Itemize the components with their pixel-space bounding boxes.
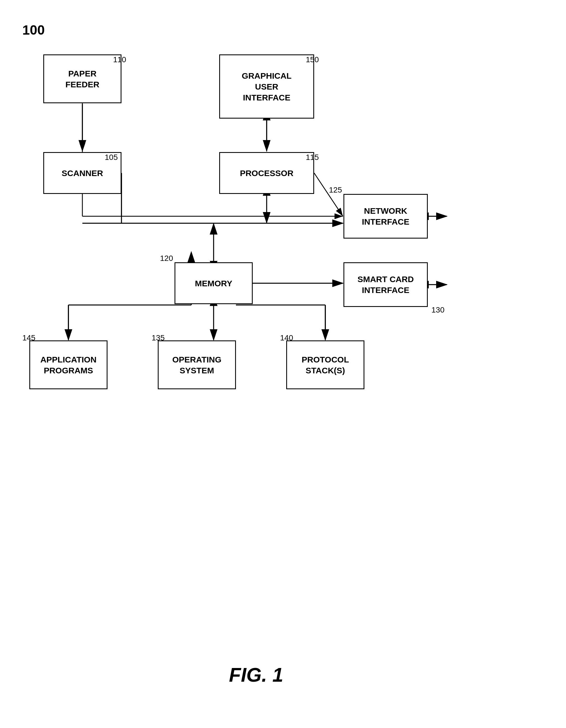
memory-ref: 120 bbox=[160, 254, 173, 263]
processor-box: PROCESSOR bbox=[219, 152, 314, 194]
memory-box: MEMORY bbox=[174, 262, 253, 304]
processor-label: PROCESSOR bbox=[240, 168, 294, 179]
paper-feeder-ref: 110 bbox=[113, 55, 126, 64]
diagram-number: 100 bbox=[22, 22, 45, 38]
paper-feeder-box: PAPERFEEDER bbox=[43, 54, 121, 103]
protocol-stacks-ref: 140 bbox=[280, 333, 293, 342]
scanner-ref: 105 bbox=[105, 153, 118, 162]
operating-system-ref: 135 bbox=[152, 333, 165, 342]
gui-box: GRAPHICALUSERINTERFACE bbox=[219, 54, 314, 119]
application-programs-box: APPLICATIONPROGRAMS bbox=[29, 340, 107, 389]
network-interface-box: NETWORKINTERFACE bbox=[344, 194, 428, 239]
diagram-container: 100 PAPERFEEDER 110 SCANNER 105 GRAPHICA… bbox=[0, 0, 566, 728]
gui-ref: 150 bbox=[306, 55, 319, 64]
svg-line-5 bbox=[314, 173, 343, 216]
operating-system-label: OPERATINGSYSTEM bbox=[172, 354, 221, 376]
application-programs-ref: 145 bbox=[22, 333, 35, 342]
network-interface-ref: 125 bbox=[329, 186, 342, 194]
memory-label: MEMORY bbox=[195, 278, 232, 289]
processor-ref: 115 bbox=[306, 153, 319, 162]
application-programs-label: APPLICATIONPROGRAMS bbox=[40, 354, 96, 376]
operating-system-box: OPERATINGSYSTEM bbox=[158, 340, 236, 389]
protocol-stacks-box: PROTOCOLSTACK(S) bbox=[286, 340, 365, 389]
smart-card-interface-box: SMART CARDINTERFACE bbox=[344, 262, 428, 307]
gui-label: GRAPHICALUSERINTERFACE bbox=[242, 70, 292, 103]
paper-feeder-label: PAPERFEEDER bbox=[65, 68, 99, 90]
protocol-stacks-label: PROTOCOLSTACK(S) bbox=[302, 354, 349, 376]
smart-card-ref: 130 bbox=[431, 306, 445, 314]
network-interface-label: NETWORKINTERFACE bbox=[362, 205, 409, 227]
figure-label: FIG. 1 bbox=[229, 664, 283, 686]
scanner-label: SCANNER bbox=[62, 168, 103, 179]
smart-card-interface-label: SMART CARDINTERFACE bbox=[358, 274, 414, 295]
